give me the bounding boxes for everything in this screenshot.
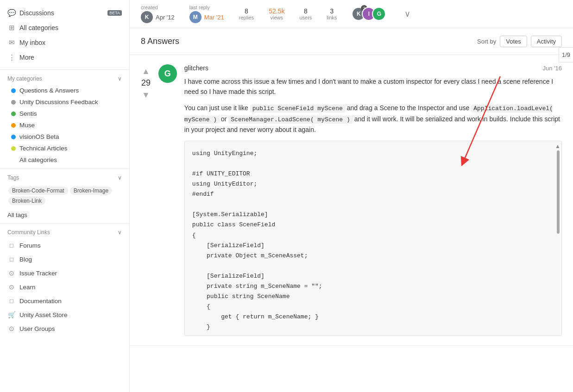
community-link-item[interactable]: 🛒Unity Asset Store [0, 308, 129, 322]
vote-count: 29 [141, 78, 151, 88]
views-stat: 52.5k views [269, 7, 284, 20]
tag-item[interactable]: Broken-Code-Format [8, 187, 68, 195]
all-tags-link[interactable]: All tags [0, 210, 129, 220]
created-user-date: K Apr '12 [141, 11, 175, 23]
code-scrollbar [557, 150, 560, 234]
my-inbox-label: My inbox [19, 39, 122, 46]
sidebar-item-discussions[interactable]: 💬 Discussions BETA [0, 6, 129, 20]
links-count: 3 [330, 7, 334, 15]
category-dot [11, 135, 16, 139]
community-link-item[interactable]: □Blog [0, 252, 129, 266]
sidebar-item-all-categories-link[interactable]: All categories [0, 154, 129, 166]
code-block-wrapper: ▲ using UnityEngine; #if UNITY_EDITOR us… [184, 141, 562, 336]
all-categories-link-label: All categories [19, 156, 57, 163]
category-label: Sentis [19, 110, 37, 117]
sidebar-item-category[interactable]: Technical Articles [0, 143, 129, 154]
user-avatar: G [372, 7, 386, 21]
chevron-down-icon: ∨ [118, 75, 122, 82]
community-link-item[interactable]: ⊙User Groups [0, 322, 129, 336]
category-dot [11, 88, 16, 93]
community-link-item[interactable]: □Forums [0, 238, 129, 252]
users-label: users [299, 15, 312, 20]
stats-bar: created K Apr '12 last reply M Mar '21 8… [130, 0, 573, 28]
sidebar-item-category[interactable]: Sentis [0, 108, 129, 119]
answer-avatar: G [158, 64, 177, 83]
sidebar-divider-1 [0, 69, 129, 70]
discussions-icon: 💬 [7, 9, 16, 17]
links-label: links [327, 15, 337, 20]
sidebar-item-my-inbox[interactable]: ✉ My inbox [0, 35, 129, 50]
answer-post: ▲ 29 ▼ G glitchers Jun '16 I have come a… [130, 55, 573, 346]
community-link-icon: □ [7, 297, 16, 305]
expand-button[interactable]: ∨ [401, 7, 414, 21]
community-link-label: Learn [19, 284, 36, 291]
tag-item[interactable]: Broken-Link [8, 197, 45, 205]
created-avatar: K [141, 11, 153, 23]
community-link-item[interactable]: ⊙Issue Tracker [0, 266, 129, 280]
community-link-item[interactable]: □Documentation [0, 294, 129, 308]
sidebar-item-category[interactable]: Questions & Answers [0, 85, 129, 96]
vote-down-button[interactable]: ▼ [141, 90, 151, 100]
sidebar-item-category[interactable]: Muse [0, 119, 129, 131]
community-links-list: □Forums□Blog⊙Issue Tracker⊙Learn□Documen… [0, 238, 129, 336]
replies-label: replies [239, 15, 254, 20]
more-label: More [19, 54, 122, 61]
community-link-label: Unity Asset Store [19, 311, 68, 318]
community-link-icon: □ [7, 241, 16, 249]
category-dot [11, 146, 16, 151]
inline-code-1: public SceneField myScene [250, 105, 345, 112]
discussions-label: Discussions [19, 9, 102, 17]
created-label: created [141, 5, 175, 10]
community-link-item[interactable]: ⊙Learn [0, 280, 129, 294]
more-icon: ⋮ [7, 53, 16, 62]
category-dot [11, 100, 16, 105]
activity-sort-button[interactable]: Activity [531, 36, 562, 47]
tag-item[interactable]: Broken-Image [70, 187, 112, 195]
community-links-chevron-icon: ∨ [118, 229, 122, 236]
post-text-1: I have come across this issue a few time… [184, 76, 562, 97]
last-reply-avatar: M [189, 11, 201, 23]
sidebar-divider-2 [0, 168, 129, 169]
sidebar-item-more[interactable]: ⋮ More [0, 50, 129, 65]
sidebar-item-all-categories[interactable]: ⊞ All categories [0, 20, 129, 35]
grid-icon: ⊞ [7, 24, 16, 32]
my-categories-header[interactable]: My categories ∨ [0, 73, 129, 85]
category-label: Questions & Answers [19, 87, 79, 94]
page-indicator: 1/9 [559, 47, 573, 62]
community-links-header[interactable]: Community Links ∨ [0, 226, 129, 238]
answer-author[interactable]: glitchers [184, 64, 208, 72]
vote-up-button[interactable]: ▲ [141, 66, 151, 76]
answers-title: 8 Answers [141, 37, 179, 46]
links-stat: 3 links [327, 7, 337, 20]
votes-sort-button[interactable]: Votes [500, 36, 527, 47]
category-label: Technical Articles [19, 145, 68, 152]
post-text-2: You can just use it like public SceneFie… [184, 103, 562, 135]
scroll-up-button[interactable]: ▲ [555, 143, 560, 149]
sort-by-label: Sort by [477, 38, 496, 45]
avatar-stack: K2IG [352, 7, 386, 21]
community-link-label: Forums [19, 242, 41, 249]
answer-content: glitchers Jun '16 I have come across thi… [184, 64, 562, 336]
tags-chevron-icon: ∨ [118, 174, 122, 181]
community-link-icon: ⊙ [7, 269, 16, 277]
main-content: created K Apr '12 last reply M Mar '21 8… [130, 0, 573, 392]
sidebar-item-category[interactable]: visionOS Beta [0, 131, 129, 143]
avatar-wrapper: G [376, 7, 386, 21]
views-count: 52.5k [269, 7, 284, 15]
sidebar-item-category[interactable]: Unity Discussions Feedback [0, 96, 129, 108]
answers-header: 8 Answers Sort by Votes Activity [130, 28, 573, 55]
sidebar-main-nav: 💬 Discussions BETA ⊞ All categories ✉ My… [0, 4, 129, 67]
categories-list: Questions & AnswersUnity Discussions Fee… [0, 85, 129, 154]
sidebar-divider-3 [0, 223, 129, 224]
last-reply-stat: last reply M Mar '21 [189, 5, 224, 23]
code-block[interactable]: using UnityEngine; #if UNITY_EDITOR usin… [185, 141, 561, 336]
last-reply-date: Mar '21 [204, 14, 224, 21]
answer-meta: glitchers Jun '16 [184, 64, 562, 72]
community-link-label: Issue Tracker [19, 270, 57, 277]
tags-header[interactable]: Tags ∨ [0, 172, 129, 184]
replies-count: 8 [245, 7, 248, 15]
category-label: visionOS Beta [19, 133, 59, 140]
sort-by-controls: Sort by Votes Activity [477, 36, 562, 47]
category-label: Muse [19, 122, 35, 129]
views-label: views [271, 15, 283, 20]
